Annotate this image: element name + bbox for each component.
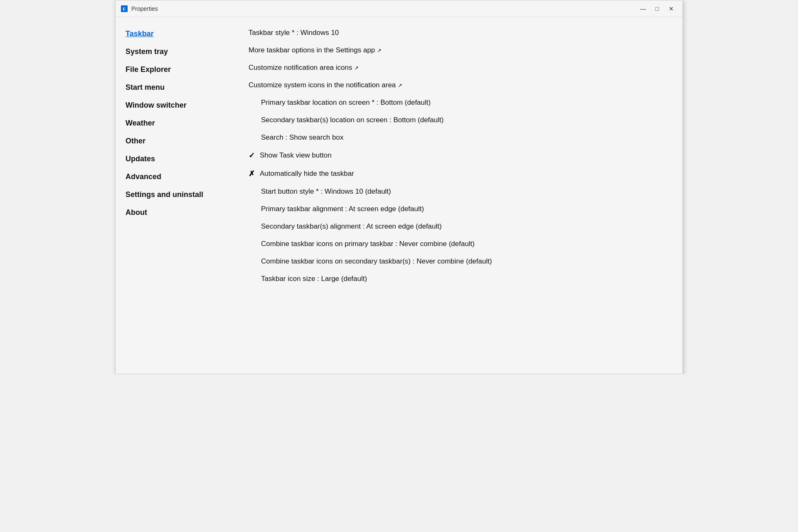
setting-link-label[interactable]: More taskbar options in the Settings app… xyxy=(249,46,382,54)
settings-item: Primary taskbar location on screen * : B… xyxy=(249,95,666,110)
setting-label: Combine taskbar icons on secondary taskb… xyxy=(261,257,492,266)
settings-item: Start button style * : Windows 10 (defau… xyxy=(249,184,666,199)
title-bar: E Properties — □ ✕ xyxy=(116,0,682,17)
setting-label: Start button style * : Windows 10 (defau… xyxy=(261,187,391,196)
sidebar-item-file-explorer[interactable]: File Explorer xyxy=(122,61,225,78)
window-title: Properties xyxy=(131,5,158,12)
title-bar-left: E Properties xyxy=(121,5,158,12)
settings-item: Secondary taskbar(s) alignment : At scre… xyxy=(249,219,666,234)
close-button[interactable]: ✕ xyxy=(665,4,677,14)
setting-label: Search : Show search box xyxy=(261,133,343,142)
svg-text:E: E xyxy=(123,6,126,11)
sidebar-item-start-menu[interactable]: Start menu xyxy=(122,79,225,96)
settings-list: Taskbar style * : Windows 10More taskbar… xyxy=(249,25,666,286)
settings-item: Secondary taskbar(s) location on screen … xyxy=(249,113,666,128)
settings-item: Primary taskbar alignment : At screen ed… xyxy=(249,202,666,217)
setting-label: Show Task view button xyxy=(260,151,332,160)
setting-label: Secondary taskbar(s) alignment : At scre… xyxy=(261,222,442,231)
sidebar-item-other[interactable]: Other xyxy=(122,133,225,150)
settings-item: Search : Show search box xyxy=(249,130,666,145)
main-content: Taskbar style * : Windows 10More taskbar… xyxy=(232,17,682,374)
settings-item[interactable]: Customize system icons in the notificati… xyxy=(249,78,666,93)
sidebar-item-window-switcher[interactable]: Window switcher xyxy=(122,97,225,114)
sidebar-item-weather[interactable]: Weather xyxy=(122,115,225,132)
settings-item: Combine taskbar icons on primary taskbar… xyxy=(249,236,666,251)
content-area: TaskbarSystem trayFile ExplorerStart men… xyxy=(116,17,682,374)
sidebar-item-advanced[interactable]: Advanced xyxy=(122,168,225,185)
sidebar-item-system-tray[interactable]: System tray xyxy=(122,43,225,60)
sidebar-item-settings-and-uninstall[interactable]: Settings and uninstall xyxy=(122,186,225,203)
minimize-button[interactable]: — xyxy=(637,4,649,14)
settings-item: Combine taskbar icons on secondary taskb… xyxy=(249,254,666,269)
setting-link-label[interactable]: Customize system icons in the notificati… xyxy=(249,81,402,89)
setting-label: Taskbar style * : Windows 10 xyxy=(249,29,339,37)
settings-item[interactable]: Customize notification area icons ↗ xyxy=(249,60,666,75)
sidebar: TaskbarSystem trayFile ExplorerStart men… xyxy=(116,17,232,374)
setting-label: Taskbar icon size : Large (default) xyxy=(261,275,367,283)
external-link-icon: ↗ xyxy=(398,82,402,89)
external-link-icon: ↗ xyxy=(377,47,382,54)
external-link-icon: ↗ xyxy=(354,65,359,71)
setting-label: Primary taskbar location on screen * : B… xyxy=(261,99,431,107)
sidebar-item-about[interactable]: About xyxy=(122,204,225,221)
checkmark-icon: ✓ xyxy=(249,151,255,160)
settings-item: Taskbar icon size : Large (default) xyxy=(249,271,666,286)
sidebar-item-updates[interactable]: Updates xyxy=(122,150,225,167)
properties-window: E Properties — □ ✕ TaskbarSystem trayFil… xyxy=(115,0,683,374)
setting-label: Secondary taskbar(s) location on screen … xyxy=(261,116,443,124)
sidebar-item-taskbar[interactable]: Taskbar xyxy=(122,25,225,42)
cross-icon: ✗ xyxy=(249,169,255,178)
window-controls: — □ ✕ xyxy=(637,4,677,14)
settings-item[interactable]: ✓Show Task view button xyxy=(249,148,666,163)
app-icon: E xyxy=(121,5,128,12)
settings-item: Taskbar style * : Windows 10 xyxy=(249,25,666,40)
setting-link-label[interactable]: Customize notification area icons ↗ xyxy=(249,64,359,72)
settings-item[interactable]: More taskbar options in the Settings app… xyxy=(249,43,666,58)
maximize-button[interactable]: □ xyxy=(651,4,663,14)
setting-label: Primary taskbar alignment : At screen ed… xyxy=(261,205,424,213)
setting-label: Automatically hide the taskbar xyxy=(260,170,354,178)
setting-label: Combine taskbar icons on primary taskbar… xyxy=(261,240,475,248)
settings-item[interactable]: ✗Automatically hide the taskbar xyxy=(249,166,666,182)
